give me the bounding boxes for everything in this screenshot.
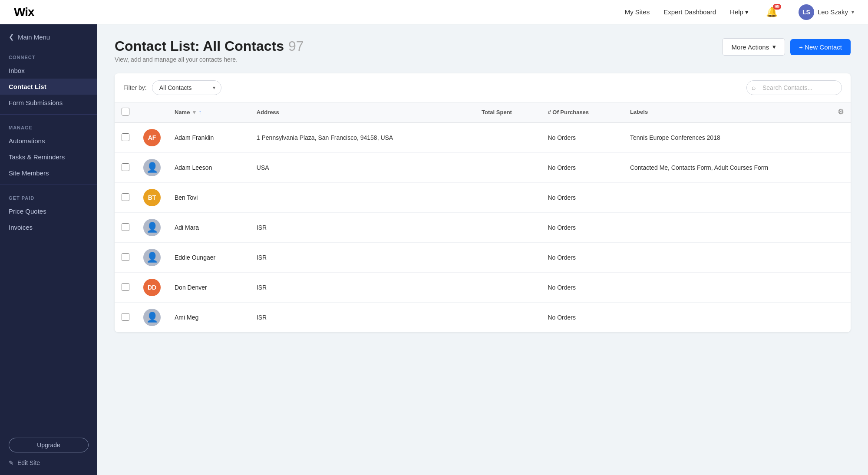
table-row: 👤 Adam Leeson USA No Orders Contacted Me…: [115, 153, 851, 183]
td-name[interactable]: Eddie Oungaer: [168, 243, 250, 273]
table-row: 👤 Eddie Oungaer ISR No Orders: [115, 243, 851, 273]
sidebar-item-invoices[interactable]: Invoices: [0, 219, 97, 235]
avatar: AF: [143, 129, 161, 146]
search-wrapper: ⌕: [746, 80, 842, 95]
upgrade-button[interactable]: Upgrade: [9, 438, 89, 452]
td-address: ISR: [250, 213, 475, 243]
td-avatar: DD: [136, 273, 168, 303]
top-nav: Wix My Sites Expert Dashboard Help ▾ 🔔 9…: [0, 0, 868, 24]
nav-help[interactable]: Help ▾: [730, 8, 749, 16]
sidebar-item-site-members[interactable]: Site Members: [0, 165, 97, 181]
td-labels: Tennis Europe Conferences 2018: [623, 122, 851, 153]
chevron-down-icon: ▾: [851, 9, 854, 15]
contacts-card: Filter by: All Contacts My Contacts Impo…: [115, 73, 851, 332]
td-labels: [623, 213, 851, 243]
table-header: Name ▼ ↑ Address Total Spent # Of Purcha…: [115, 102, 851, 122]
contact-name: Adam Leeson: [175, 164, 212, 171]
settings-icon[interactable]: ⚙: [838, 108, 844, 116]
td-name[interactable]: Ami Meg: [168, 303, 250, 333]
sidebar-divider-2: [0, 185, 97, 185]
sidebar-item-tasks-reminders[interactable]: Tasks & Reminders: [0, 149, 97, 165]
table-toolbar: Filter by: All Contacts My Contacts Impo…: [115, 73, 851, 102]
td-labels: [623, 183, 851, 213]
td-checkbox: [115, 243, 136, 273]
td-avatar: 👤: [136, 213, 168, 243]
td-orders: No Orders: [541, 183, 623, 213]
sort-icon: ▼: [191, 109, 197, 115]
user-menu[interactable]: LS Leo Szaky ▾: [799, 4, 854, 20]
sidebar-section-get-paid: Get Paid: [0, 188, 97, 203]
td-orders: No Orders: [541, 273, 623, 303]
row-checkbox[interactable]: [122, 313, 129, 321]
td-address: [250, 183, 475, 213]
sidebar-item-inbox[interactable]: Inbox: [0, 63, 97, 79]
td-avatar: 👤: [136, 153, 168, 183]
td-name[interactable]: Don Denver: [168, 273, 250, 303]
nav-expert-dashboard[interactable]: Expert Dashboard: [663, 8, 716, 16]
td-avatar: 👤: [136, 303, 168, 333]
td-checkbox: [115, 303, 136, 333]
td-checkbox: [115, 213, 136, 243]
td-address: 1 Pennsylvania Plaza, San Francisco, 941…: [250, 122, 475, 153]
chevron-down-icon: ▾: [745, 8, 749, 16]
avatar: LS: [799, 4, 814, 20]
contact-name: Eddie Oungaer: [175, 254, 215, 261]
sidebar-section-connect: Connect: [0, 48, 97, 63]
filter-select[interactable]: All Contacts My Contacts Imported: [152, 80, 221, 95]
avatar: 👤: [143, 309, 161, 326]
td-orders: No Orders: [541, 303, 623, 333]
contact-name: Adi Mara: [175, 224, 199, 231]
table-row: BT Ben Tovi No Orders: [115, 183, 851, 213]
sidebar-section-manage: Manage: [0, 118, 97, 133]
row-checkbox[interactable]: [122, 283, 129, 291]
td-total-spent: [475, 213, 541, 243]
contact-count: 97: [288, 38, 304, 54]
filter-select-wrapper: All Contacts My Contacts Imported ▾: [152, 80, 221, 95]
td-labels: [623, 243, 851, 273]
td-name[interactable]: Adi Mara: [168, 213, 250, 243]
contacts-table: Name ▼ ↑ Address Total Spent # Of Purcha…: [115, 102, 851, 332]
search-input[interactable]: [746, 80, 842, 95]
td-total-spent: [475, 243, 541, 273]
th-name[interactable]: Name ▼ ↑: [168, 102, 250, 122]
more-actions-button[interactable]: More Actions ▾: [722, 38, 785, 56]
th-purchases: # Of Purchases: [541, 102, 623, 122]
table-row: 👤 Ami Meg ISR No Orders: [115, 303, 851, 333]
td-name[interactable]: Adam Franklin: [168, 122, 250, 153]
edit-site-button[interactable]: ✎ Edit Site: [9, 458, 89, 468]
td-address: ISR: [250, 303, 475, 333]
sidebar-item-automations[interactable]: Automations: [0, 133, 97, 149]
row-checkbox[interactable]: [122, 253, 129, 261]
td-checkbox: [115, 273, 136, 303]
td-name[interactable]: Ben Tovi: [168, 183, 250, 213]
th-labels: Labels ⚙: [623, 102, 851, 121]
sort-asc-icon: ↑: [199, 109, 202, 115]
sidebar-main-menu[interactable]: ❮ Main Menu: [0, 24, 97, 48]
row-checkbox[interactable]: [122, 193, 129, 201]
page-title-group: Contact List: All Contacts 97 View, add …: [115, 38, 304, 63]
contact-name: Ami Meg: [175, 314, 198, 321]
row-checkbox[interactable]: [122, 223, 129, 231]
td-total-spent: [475, 303, 541, 333]
sidebar-item-price-quotes[interactable]: Price Quotes: [0, 203, 97, 219]
contacts-tbody: AF Adam Franklin 1 Pennsylvania Plaza, S…: [115, 122, 851, 332]
td-labels: [623, 273, 851, 303]
td-orders: No Orders: [541, 122, 623, 153]
td-checkbox: [115, 183, 136, 213]
td-name[interactable]: Adam Leeson: [168, 153, 250, 183]
chevron-left-icon: ❮: [9, 33, 14, 41]
avatar: 👤: [143, 249, 161, 266]
row-checkbox[interactable]: [122, 163, 129, 171]
sidebar-item-form-submissions[interactable]: Form Submissions: [0, 95, 97, 111]
avatar: 👤: [143, 219, 161, 236]
contact-name: Ben Tovi: [175, 194, 198, 201]
new-contact-button[interactable]: + New Contact: [790, 39, 851, 55]
table-row: AF Adam Franklin 1 Pennsylvania Plaza, S…: [115, 122, 851, 153]
select-all-checkbox[interactable]: [122, 108, 129, 115]
nav-my-sites[interactable]: My Sites: [625, 8, 650, 16]
row-checkbox[interactable]: [122, 133, 129, 141]
td-labels: Contacted Me, Contacts Form, Adult Cours…: [623, 153, 851, 183]
bell-badge: 99: [773, 4, 781, 10]
notification-bell[interactable]: 🔔 99: [766, 7, 778, 18]
sidebar-item-contact-list[interactable]: Contact List: [0, 79, 97, 95]
